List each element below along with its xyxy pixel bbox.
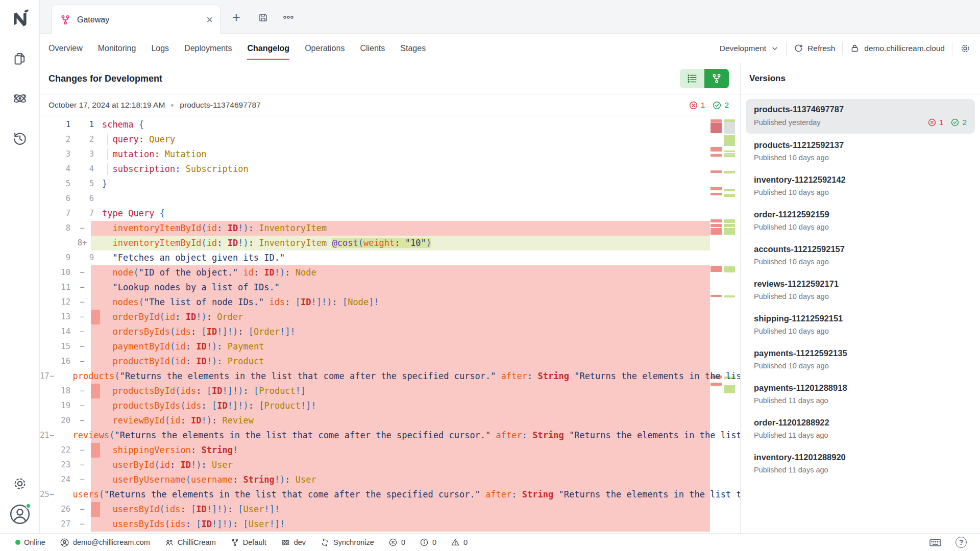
minimap-mark [710, 154, 722, 157]
minimap-mark [724, 194, 735, 197]
view-toggle [680, 69, 729, 88]
tab-close-icon[interactable]: × [206, 14, 213, 26]
error-count-badge: 1 [689, 101, 705, 110]
list-icon [687, 73, 698, 84]
settings-gear-button[interactable] [960, 43, 971, 54]
version-item[interactable]: shipping-11212592151Published 10 days ag… [746, 308, 975, 342]
nav-tab-logs[interactable]: Logs [151, 34, 169, 63]
minimap-mark [724, 122, 735, 134]
version-item[interactable]: order-11212592159Published 10 days ago [746, 204, 975, 238]
version-item[interactable]: inventory-11201288920Published 11 days a… [746, 447, 975, 481]
nav-tab-monitoring[interactable]: Monitoring [98, 34, 136, 63]
change-version: products-11374697787 [180, 101, 260, 110]
minimap-mark [724, 385, 735, 393]
nav-tab-operations[interactable]: Operations [305, 34, 345, 63]
status-organization[interactable]: ChilliCream [164, 538, 216, 547]
status-info-count[interactable]: 0 [420, 538, 436, 547]
version-name: order-11201288922 [754, 418, 967, 428]
minimap-mark [710, 147, 722, 152]
environment-selector-label: Development [720, 44, 766, 53]
status-synchronize[interactable]: Synchronize [320, 538, 374, 547]
status-error-count[interactable]: 0 [388, 538, 405, 547]
minimap-mark [724, 189, 735, 191]
version-published: Published 10 days ago [754, 292, 829, 300]
schema-diff-editor[interactable]: 11schema {22 query: Query33 mutation: Mu… [40, 116, 740, 533]
settings-icon[interactable] [11, 475, 29, 492]
nav-tab-overview[interactable]: Overview [48, 34, 83, 63]
version-item[interactable]: accounts-11212592157Published 10 days ag… [746, 239, 975, 272]
nav-tab-clients[interactable]: Clients [360, 34, 385, 63]
version-name: products-11374697787 [754, 105, 967, 114]
version-item[interactable]: inventory-11212592142Published 10 days a… [746, 169, 975, 203]
minimap-mark [724, 153, 735, 155]
diff-minimap[interactable] [710, 116, 736, 533]
status-account[interactable]: demo@chillicream.com [60, 538, 150, 547]
refresh-button[interactable]: Refresh [794, 43, 835, 53]
gateway-branch-icon [60, 14, 71, 26]
tab-title: Gateway [77, 15, 109, 24]
status-environment[interactable]: dev [281, 538, 306, 547]
minimap-mark [724, 151, 735, 152]
minimap-mark [724, 228, 735, 235]
diff-view-button[interactable] [704, 69, 729, 88]
code-line: 25− users("Returns the elements in the l… [40, 487, 740, 502]
version-published: Published 11 days ago [754, 396, 828, 405]
keyboard-icon[interactable] [928, 536, 942, 549]
error-count-badge: 1 [927, 118, 944, 127]
version-name: inventory-11201288920 [754, 453, 967, 462]
minimap-mark [710, 219, 722, 222]
help-button[interactable]: ? [955, 537, 967, 548]
nav-tabs: OverviewMonitoringLogsDeploymentsChangel… [48, 34, 426, 63]
code-line: 33 mutation: Mutation [40, 147, 740, 162]
history-icon[interactable] [11, 130, 29, 147]
versions-list: products-11374697787Published yesterday1… [741, 94, 980, 486]
version-item[interactable]: products-11374697787Published yesterday1… [746, 99, 975, 134]
user-avatar[interactable] [9, 504, 31, 525]
titlebar: Gateway × + [40, 0, 980, 34]
code-line: 19− productsByIds(ids: [ID!]!): [Product… [40, 398, 740, 413]
version-item[interactable]: payments-11212592135Published 10 days ag… [746, 343, 975, 377]
divider [952, 42, 952, 55]
status-warning-count[interactable]: 0 [451, 538, 468, 547]
status-workspace[interactable]: Default [230, 538, 266, 547]
nitro-logo-icon [8, 6, 32, 31]
version-name: inventory-11212592142 [754, 175, 967, 185]
new-tab-button[interactable]: + [228, 9, 245, 26]
save-button[interactable] [254, 9, 272, 26]
minimap-mark [724, 171, 735, 173]
code-line: 16− productById(id: ID!): Product [40, 354, 740, 369]
version-item[interactable]: order-11201288922Published 11 days ago [746, 412, 975, 446]
chevron-down-icon [771, 44, 779, 53]
schema-atom-icon[interactable] [11, 90, 29, 107]
online-dot-icon [15, 540, 20, 545]
version-published: Published 11 days ago [754, 466, 828, 474]
list-view-button[interactable] [680, 69, 704, 88]
version-published: Published 10 days ago [754, 188, 829, 196]
nav-tab-deployments[interactable]: Deployments [184, 34, 232, 63]
minimap-mark [710, 122, 722, 133]
minimap-mark [724, 295, 735, 297]
sync-icon [320, 538, 330, 547]
version-item[interactable]: products-11212592137Published 10 days ag… [746, 135, 975, 168]
code-line: 24− userByUsername(username: String!): U… [40, 472, 740, 487]
version-item[interactable]: payments-11201288918Published 11 days ag… [746, 378, 975, 411]
code-line: 55} [40, 177, 740, 191]
check-count-badge: 2 [950, 118, 967, 127]
code-line: 22− shippingVersion: String! [40, 443, 740, 458]
documents-icon[interactable] [11, 50, 29, 67]
nav-tab-stages[interactable]: Stages [400, 34, 426, 63]
host-indicator[interactable]: demo.chillicream.cloud [850, 43, 945, 53]
code-line: 13− orderById(id: ID!): Order [40, 310, 740, 324]
code-line: 12− nodes("The list of node IDs." ids: [… [40, 295, 740, 310]
more-options-icon[interactable] [280, 9, 297, 26]
code-line: 21− reviews("Returns the elements in the… [40, 428, 740, 443]
status-online[interactable]: Online [15, 538, 45, 546]
environment-selector[interactable]: Development [720, 44, 779, 53]
version-published: Published 10 days ago [754, 362, 829, 370]
version-published: Published 10 days ago [754, 327, 829, 335]
version-published: Published 10 days ago [754, 223, 829, 231]
version-published: Published yesterday [754, 118, 821, 127]
nav-tab-changelog[interactable]: Changelog [247, 34, 289, 63]
version-item[interactable]: reviews-11212592171Published 10 days ago [746, 273, 975, 307]
tab-gateway[interactable]: Gateway × [51, 5, 220, 34]
